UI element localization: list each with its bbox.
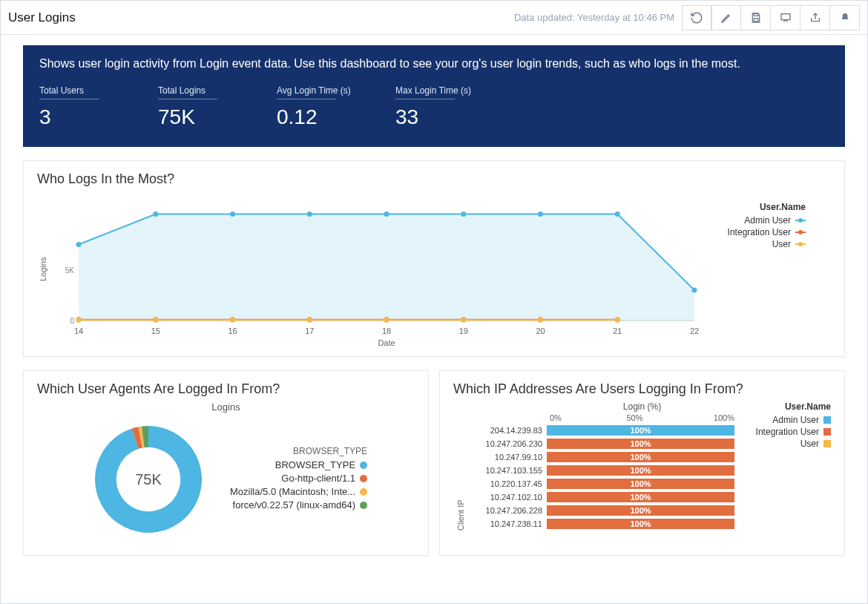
- svg-text:5K: 5K: [65, 266, 75, 275]
- legend-title: User.Name: [734, 401, 831, 412]
- metric: Max Login Time (s) 33: [395, 85, 484, 129]
- y-axis-label: Logins: [37, 191, 49, 347]
- present-button[interactable]: [771, 5, 800, 30]
- legend-item[interactable]: User: [702, 239, 806, 249]
- dashboard-body: Shows user login activity from Login eve…: [1, 35, 867, 566]
- svg-point-24: [153, 318, 158, 323]
- svg-point-28: [461, 318, 466, 323]
- legend-item[interactable]: BROWSER_TYPE: [230, 459, 367, 470]
- intro-card: Shows user login activity from Login eve…: [23, 45, 845, 147]
- legend-item[interactable]: Admin User: [702, 215, 806, 226]
- edit-button[interactable]: [711, 5, 741, 30]
- scale-tick: 50%: [565, 413, 705, 422]
- metric: Total Logins 75K: [158, 85, 247, 129]
- svg-text:15: 15: [151, 326, 160, 335]
- save-button[interactable]: [741, 5, 771, 30]
- svg-rect-0: [754, 13, 757, 16]
- chart-title: Which IP Addresses Are Users Logging In …: [453, 381, 831, 397]
- svg-point-29: [538, 318, 543, 323]
- ip-label: 10.247.206.228: [468, 506, 547, 515]
- legend-label: Integration User: [756, 427, 819, 437]
- svg-text:20: 20: [536, 326, 545, 335]
- legend-label: BROWSER_TYPE: [275, 459, 355, 470]
- ip-row[interactable]: 10.247.206.228 100%: [468, 504, 734, 517]
- svg-rect-1: [754, 18, 757, 21]
- metric-value: 0.12: [277, 105, 366, 129]
- svg-point-11: [461, 211, 466, 217]
- legend-title: User.Name: [702, 202, 806, 212]
- metric-value: 75K: [158, 105, 247, 129]
- ip-label: 10.247.206.230: [468, 439, 547, 448]
- legend-item[interactable]: Mozilla/5.0 (Macintosh; Inte...: [230, 486, 367, 497]
- bar-value: 100%: [547, 425, 734, 436]
- who-logs-in-card: Who Logs In the Most? Logins 05K14151617…: [23, 160, 845, 357]
- svg-text:16: 16: [228, 326, 237, 335]
- legend-item[interactable]: Integration User: [734, 427, 831, 437]
- legend-label: force/v0.22.57 (linux-amd64): [233, 499, 355, 511]
- bar-value: 100%: [547, 465, 734, 476]
- donut-measure: Logins: [37, 401, 415, 413]
- metric-label: Total Logins: [158, 85, 247, 96]
- metric-label: Total Users: [39, 85, 128, 96]
- share-icon: [809, 12, 821, 24]
- ip-row[interactable]: 204.14.239.83 100%: [468, 424, 734, 437]
- legend-item[interactable]: Integration User: [702, 227, 806, 237]
- ua-legend: BROWSER_TYPE BROWSER_TYPEGo-http-client/…: [230, 446, 367, 513]
- bar-value: 100%: [547, 479, 734, 489]
- ip-row[interactable]: 10.220.137.45 100%: [468, 477, 734, 490]
- ip-row[interactable]: 10.247.238.11 100%: [468, 517, 734, 531]
- ip-label: 10.247.238.11: [468, 519, 547, 528]
- line-legend: User.Name Admin UserIntegration UserUser: [702, 191, 806, 347]
- ip-row[interactable]: 10.247.99.10 100%: [468, 450, 734, 464]
- data-updated-text: Data updated: Yesterday at 10:46 PM: [514, 12, 674, 23]
- notification-button[interactable]: [830, 5, 860, 30]
- share-button[interactable]: [800, 5, 830, 30]
- svg-point-8: [230, 211, 235, 217]
- legend-item[interactable]: Go-http-client/1.1: [230, 473, 367, 484]
- legend-item[interactable]: force/v0.22.57 (linux-amd64): [230, 499, 367, 511]
- metric-value: 3: [39, 105, 128, 129]
- svg-point-23: [76, 318, 82, 323]
- svg-point-10: [384, 211, 389, 217]
- bar-value: 100%: [547, 439, 734, 449]
- user-agents-card: Which User Agents Are Logged In From? Lo…: [23, 370, 429, 556]
- svg-text:22: 22: [690, 326, 699, 335]
- svg-point-7: [153, 211, 158, 217]
- intro-text: Shows user login activity from Login eve…: [39, 56, 829, 72]
- y-axis-label: Client IP: [453, 401, 468, 531]
- svg-point-25: [230, 318, 235, 323]
- scale-tick: 0%: [550, 413, 565, 422]
- svg-point-6: [76, 242, 82, 247]
- line-chart[interactable]: 05K141516171819202122Date: [49, 191, 702, 347]
- legend-label: Admin User: [744, 215, 791, 226]
- legend-label: Integration User: [728, 227, 791, 237]
- bar-value: 100%: [547, 505, 734, 516]
- donut-chart[interactable]: 75K: [82, 413, 215, 546]
- ip-addresses-card: Which IP Addresses Are Users Logging In …: [439, 370, 845, 556]
- svg-point-26: [307, 318, 312, 323]
- x-axis-label: Login (%): [550, 401, 734, 412]
- ip-row[interactable]: 10.247.103.155 100%: [468, 464, 734, 477]
- legend-label: User: [772, 239, 791, 249]
- save-icon: [750, 12, 762, 24]
- ip-row[interactable]: 10.247.206.230 100%: [468, 437, 734, 450]
- legend-label: Go-http-client/1.1: [281, 473, 355, 484]
- svg-point-13: [615, 211, 620, 217]
- svg-point-12: [538, 211, 543, 217]
- legend-item[interactable]: User: [734, 439, 831, 449]
- legend-label: Mozilla/5.0 (Macintosh; Inte...: [230, 486, 355, 497]
- bar-value: 100%: [547, 519, 734, 529]
- metric-value: 33: [395, 105, 484, 129]
- metrics-row: Total Users 3Total Logins 75KAvg Login T…: [39, 85, 829, 129]
- ip-label: 10.247.99.10: [468, 453, 547, 462]
- bar-value: 100%: [547, 452, 734, 462]
- ip-bar-chart[interactable]: Login (%) 0%50%100% 204.14.239.83 100%10…: [468, 401, 734, 531]
- page-title: User Logins: [8, 10, 76, 25]
- ip-label: 10.247.103.155: [468, 466, 547, 475]
- ip-label: 204.14.239.83: [468, 426, 547, 435]
- svg-text:17: 17: [305, 326, 314, 335]
- metric-label: Avg Login Time (s): [277, 85, 366, 96]
- legend-item[interactable]: Admin User: [734, 415, 831, 425]
- ip-row[interactable]: 10.247.102.10 100%: [468, 490, 734, 504]
- undo-button[interactable]: [682, 5, 711, 30]
